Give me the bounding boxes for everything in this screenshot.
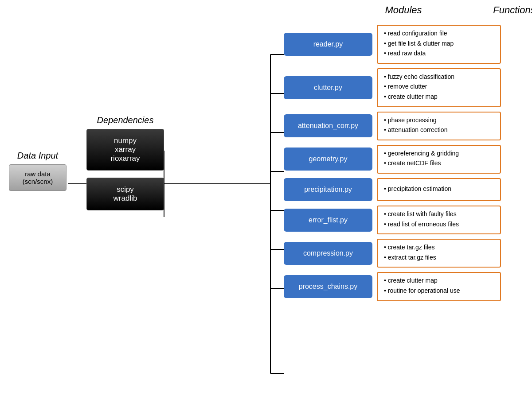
function-box-1: fuzzy echo classificationremove clutterc… (377, 68, 501, 107)
module-row-1: clutter.pyfuzzy echo classificationremov… (270, 68, 532, 107)
function-item-7-1: routine for operational use (384, 287, 494, 295)
module-box-6: compression.py (284, 242, 372, 265)
module-box-1: clutter.py (284, 76, 372, 99)
function-item-2-1: attenuation correction (384, 126, 494, 135)
function-box-4: precipitation estimation (377, 178, 501, 201)
module-box-2: attenuation_corr.py (284, 114, 372, 137)
data-input-box: raw data (scn/scnx) (9, 164, 66, 191)
module-box-3: geometry.py (284, 148, 372, 171)
function-box-0: read configuration fileget file list & c… (377, 25, 501, 64)
module-box-7: process_chains.py (284, 275, 372, 298)
function-item-4-0: precipitation estimation (384, 185, 494, 194)
module-row-2: attenuation_corr.pyphase processingatten… (270, 112, 532, 140)
function-box-7: create clutter maproutine for operationa… (377, 272, 501, 301)
dependencies-section: Dependencies numpy xarray rioxarray scip… (86, 115, 164, 210)
function-item-3-1: create netCDF files (384, 159, 494, 168)
data-input-section: Data Input raw data (scn/scnx) (9, 151, 66, 191)
function-box-2: phase processingattenuation correction (377, 112, 501, 140)
module-row-6: compression.pycreate tar.gz filesextract… (270, 239, 532, 268)
dep-lib-xarray: xarray (98, 145, 153, 154)
dep-lib-scipy: scipy (98, 185, 153, 194)
function-item-1-0: fuzzy echo classification (384, 73, 494, 82)
module-row-7: process_chains.pycreate clutter maprouti… (270, 272, 532, 301)
function-item-0-0: read configuration file (384, 29, 494, 38)
module-row-4: precipitation.pyprecipitation estimation (270, 178, 532, 201)
module-row-3: geometry.pygeoreferencing & griddingcrea… (270, 145, 532, 174)
function-item-1-1: remove clutter (384, 82, 494, 91)
function-item-7-0: create clutter map (384, 276, 494, 285)
functions-label: Functions (452, 4, 532, 20)
function-box-6: create tar.gz filesextract tar.gz files (377, 239, 501, 268)
dependencies-label: Dependencies (97, 115, 154, 125)
modules-section: Modules Functions reader.pyread configur… (270, 4, 532, 306)
modules-label: Modules (359, 4, 448, 16)
function-item-1-2: create clutter map (384, 93, 494, 101)
dep-box-1: numpy xarray rioxarray (86, 129, 164, 171)
diagram: Data Input raw data (scn/scnx) Dependenc… (0, 0, 532, 400)
module-box-4: precipitation.py (284, 178, 372, 201)
function-item-5-1: read list of erroneous files (384, 220, 494, 229)
function-item-5-0: create list with faulty files (384, 210, 494, 219)
data-input-line1: raw data (17, 170, 58, 178)
dep-lib-numpy: numpy (98, 136, 153, 145)
data-input-line2: (scn/scnx) (17, 178, 58, 185)
function-item-3-0: georeferencing & gridding (384, 149, 494, 158)
function-item-0-2: read raw data (384, 49, 494, 58)
function-item-6-0: create tar.gz files (384, 243, 494, 252)
function-box-5: create list with faulty filesread list o… (377, 206, 501, 234)
dep-box-2: scipy wradlib (86, 178, 164, 210)
function-item-2-0: phase processing (384, 116, 494, 125)
dep-lib-wradlib: wradlib (98, 194, 153, 203)
module-row-5: error_flist.pycreate list with faulty fi… (270, 206, 532, 234)
dep-lib-rioxarray: rioxarray (98, 154, 153, 163)
function-box-3: georeferencing & griddingcreate netCDF f… (377, 145, 501, 174)
function-item-6-1: extract tar.gz files (384, 253, 494, 262)
module-row-0: reader.pyread configuration fileget file… (270, 25, 532, 64)
function-item-0-1: get file list & clutter map (384, 39, 494, 48)
module-box-5: error_flist.py (284, 209, 372, 232)
module-box-0: reader.py (284, 33, 372, 56)
module-rows: reader.pyread configuration fileget file… (270, 25, 532, 301)
data-input-label: Data Input (17, 151, 58, 161)
